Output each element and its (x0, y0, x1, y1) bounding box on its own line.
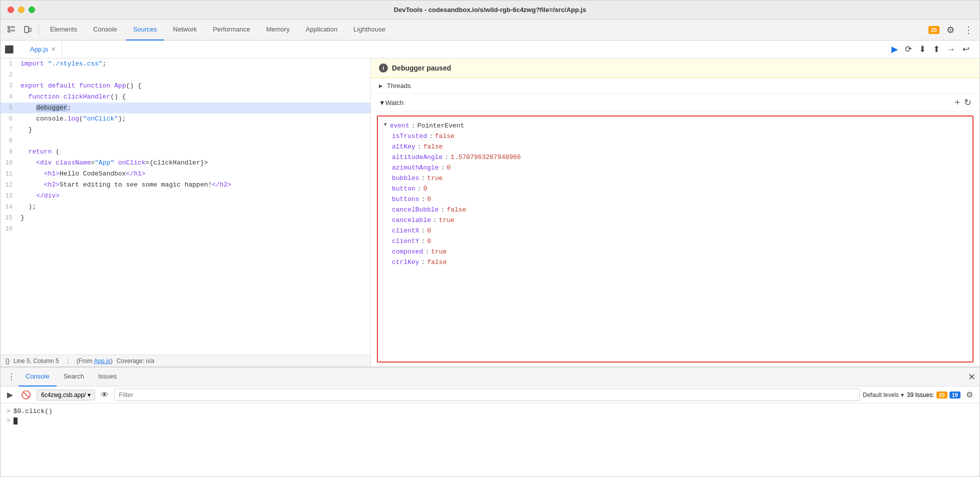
watch-entry-clientX: clientX : 0 (378, 226, 972, 236)
deactivate-button[interactable]: ↩ (960, 43, 971, 56)
step-next-button[interactable]: → (945, 44, 957, 56)
default-levels-dropdown[interactable]: Default levels ▾ (863, 392, 904, 398)
tab-lighthouse[interactable]: Lighthouse (346, 20, 392, 40)
console-command-1: $0.click() (14, 408, 53, 415)
close-window-button[interactable] (8, 6, 14, 13)
issues-blue-badge: 19 (949, 392, 960, 398)
threads-label: Threads (387, 82, 411, 90)
code-line-12: 12 <h2>Start editing to see some magic h… (1, 180, 370, 190)
console-prompt-2: > (7, 417, 11, 424)
code-line-16: 16 (1, 224, 370, 234)
svg-rect-4 (25, 26, 29, 32)
watch-entry-azimuthAngle: azimuthAngle : 0 (378, 162, 972, 173)
tab-bottom-issues[interactable]: Issues (91, 368, 124, 386)
bottom-tab-right: ✕ (968, 372, 975, 382)
right-panel: i Debugger paused ▶ Threads ▼ Watch + ↻ (371, 58, 979, 366)
watch-section-header[interactable]: ▼ Watch + ↻ (371, 94, 979, 112)
svg-rect-5 (29, 28, 31, 32)
watch-entry-bubbles: bubbles : true (378, 173, 972, 184)
watch-entry-isTrusted: isTrusted : false (378, 131, 972, 142)
tab-bottom-search[interactable]: Search (57, 368, 91, 386)
url-chip[interactable]: 6c4zwg.csb.app/ ▾ (37, 390, 95, 400)
tab-elements[interactable]: Elements (43, 20, 84, 40)
file-tab-close[interactable]: ✕ (51, 46, 56, 52)
watch-entry-button: button : 0 (378, 184, 972, 194)
device-toggle-button[interactable] (21, 23, 35, 37)
maximize-window-button[interactable] (29, 6, 35, 13)
debugger-banner: i Debugger paused (371, 58, 979, 78)
watch-content[interactable]: ▼ event : PointerEvent isTrusted : false… (377, 116, 973, 362)
code-line-3: 3 export default function App() { (1, 80, 370, 92)
code-line-14: 14 ); (1, 202, 370, 212)
code-line-7: 7 } (1, 124, 370, 136)
watch-chevron-down-icon: ▼ (379, 99, 385, 106)
code-line-8: 8 (1, 136, 370, 146)
filter-input[interactable] (114, 388, 859, 401)
code-line-6: 6 console.log("onClick"); (1, 114, 370, 124)
eye-button[interactable]: 👁 (98, 390, 111, 400)
step-into-button[interactable]: ⬇ (917, 43, 928, 56)
add-watch-button[interactable]: + (954, 98, 960, 107)
close-bottom-panel-button[interactable]: ✕ (968, 372, 975, 382)
step-out-button[interactable]: ⬆ (931, 43, 942, 56)
watch-event-key: event (390, 122, 409, 130)
watch-actions: + ↻ (954, 98, 971, 107)
default-levels-chevron-icon: ▾ (901, 392, 904, 398)
event-chevron-down-icon: ▼ (384, 122, 387, 128)
console-toolbar: ▶ 🚫 6c4zwg.csb.app/ ▾ 👁 Default levels ▾… (1, 386, 979, 404)
issues-count: 39 Issues: 20 19 (907, 392, 960, 398)
watch-event-entry: ▼ event : PointerEvent (378, 120, 972, 131)
title-bar: DevTools - codesandbox.io/s/wild-rgb-6c4… (1, 0, 979, 20)
tab-application[interactable]: Application (299, 20, 345, 40)
separator-1 (39, 25, 39, 35)
tab-network[interactable]: Network (166, 20, 204, 40)
devtools-window: DevTools - codesandbox.io/s/wild-rgb-6c4… (0, 0, 980, 477)
watch-section: ▼ Watch + ↻ ▼ event : PointerEvent (371, 94, 979, 366)
watch-entry-ctrlKey: ctrlKey : false (378, 257, 972, 268)
console-cursor-line[interactable]: > (7, 416, 973, 426)
status-bar: {} Line 5, Column 5 | (From App.js) Cove… (1, 354, 370, 366)
threads-section-header[interactable]: ▶ Threads (371, 78, 979, 94)
code-editor[interactable]: 1 import "./styles.css"; 2 3 export defa… (1, 58, 370, 354)
threads-chevron-right-icon: ▶ (379, 83, 383, 88)
tab-sources[interactable]: Sources (126, 20, 164, 40)
console-menu-button[interactable]: ⋮ (5, 370, 19, 384)
window-controls (8, 6, 35, 13)
code-line-11: 11 <h1>Hello CodeSandbox</h1> (1, 168, 370, 180)
chevron-down-icon: ▾ (88, 392, 91, 398)
code-line-9: 9 return ( (1, 146, 370, 158)
tab-memory[interactable]: Memory (259, 20, 297, 40)
tab-console[interactable]: Console (86, 20, 124, 40)
minimize-window-button[interactable] (18, 6, 25, 13)
more-button[interactable]: ⋮ (961, 23, 975, 37)
step-over-button[interactable]: ⟳ (903, 43, 914, 56)
bottom-tab-bar: ⋮ Console Search Issues ✕ (1, 368, 979, 386)
file-tab-bar: ⬛ App.js ✕ ▶ ⟳ ⬇ ⬆ → ↩ (1, 40, 979, 58)
issues-badge: 20 (928, 26, 939, 34)
file-tab-appjs[interactable]: App.js ✕ (24, 40, 62, 58)
top-toolbar: Elements Console Sources Network Perform… (1, 20, 979, 40)
code-panel: 1 import "./styles.css"; 2 3 export defa… (1, 58, 371, 366)
tab-bottom-console[interactable]: Console (19, 368, 57, 386)
resume-button[interactable]: ▶ (889, 43, 900, 56)
settings-button[interactable]: ⚙ (943, 23, 957, 37)
refresh-watch-button[interactable]: ↻ (964, 98, 971, 107)
panel-toggle-button[interactable]: ⬛ (3, 43, 16, 56)
window-title: DevTools - codesandbox.io/s/wild-rgb-6c4… (394, 6, 586, 14)
tab-performance[interactable]: Performance (206, 20, 257, 40)
inspect-element-button[interactable] (5, 23, 19, 37)
code-line-13: 13 </div> (1, 190, 370, 202)
code-line-4: 4 function clickHandler() { (1, 92, 370, 102)
bottom-panel: ⋮ Console Search Issues ✕ ▶ 🚫 6c4zwg.csb… (1, 366, 979, 476)
toolbar-right: 20 ⚙ ⋮ (928, 23, 975, 37)
console-settings-button[interactable]: ⚙ (963, 389, 975, 400)
main-content: 1 import "./styles.css"; 2 3 export defa… (1, 58, 979, 366)
watch-entry-clientY: clientY : 0 (378, 236, 972, 246)
clear-console-button[interactable]: 🚫 (19, 389, 34, 400)
console-cursor (14, 418, 18, 424)
source-file-link[interactable]: App.js (94, 358, 111, 364)
svg-rect-2 (12, 26, 15, 28)
execute-script-button[interactable]: ▶ (5, 389, 16, 400)
code-line-1: 1 import "./styles.css"; (1, 58, 370, 70)
watch-entry-cancelable: cancelable : true (378, 215, 972, 226)
